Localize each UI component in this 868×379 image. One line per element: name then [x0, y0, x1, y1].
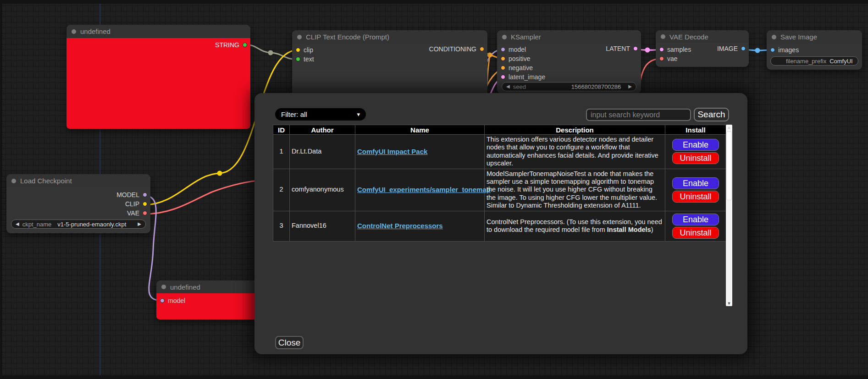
clip-slot-dot-icon[interactable]	[296, 48, 300, 52]
extension-table: ID Author Name Description Install 1Dr.L…	[273, 125, 726, 242]
input-slot-negative[interactable]: negative	[497, 63, 641, 72]
canvas-edge-bottom	[0, 375, 868, 379]
node-load-checkpoint[interactable]: Load Checkpoint MODEL CLIP VAE ◀ ckpt_na…	[6, 174, 150, 233]
output-slot-label: LATENT	[606, 45, 630, 52]
ckpt-name-stepper[interactable]: ◀ ckpt_name v1-5-pruned-emaonly.ckpt ▶	[11, 220, 146, 229]
vae-slot-dot-icon[interactable]	[659, 56, 664, 61]
enable-button[interactable]: Enable	[672, 214, 719, 225]
output-slot-image[interactable]: IMAGE	[717, 45, 746, 52]
input-slot-latent-image[interactable]: latent_image	[497, 72, 641, 82]
input-slot-label: images	[778, 46, 799, 54]
reroute-dot-conditioning	[487, 53, 492, 58]
enable-button[interactable]: Enable	[672, 177, 719, 189]
extension-link[interactable]: ComfyUI_experiments/sampler_tonemap	[357, 186, 491, 193]
input-slot-positive[interactable]: positive	[497, 54, 641, 63]
output-slot-label: CONDITIONING	[429, 45, 476, 53]
input-slot-label: samples	[667, 46, 691, 53]
reroute-dot-string	[268, 50, 273, 55]
output-slot-vae[interactable]: VAE	[127, 209, 147, 217]
install-cell: EnableUninstall	[665, 169, 726, 211]
node-title-bar[interactable]: undefined	[156, 280, 260, 293]
image-slot-dot-icon[interactable]	[770, 48, 775, 52]
comfyui-canvas[interactable]: { "icons": { "decrement": "◀", "incremen…	[0, 0, 868, 379]
reroute-dot-latent	[645, 48, 650, 53]
output-slot-string[interactable]: STRING	[215, 41, 247, 49]
node-body-error: STRING	[66, 38, 250, 129]
input-slot-images[interactable]: images	[767, 45, 862, 55]
decrement-arrow-icon[interactable]: ◀	[16, 222, 19, 226]
search-input[interactable]	[586, 109, 691, 121]
table-row: 2comfyanonymousComfyUI_experiments/sampl…	[273, 169, 726, 211]
widget-value: v1-5-pruned-emaonly.ckpt	[57, 221, 126, 228]
install-cell: EnableUninstall	[665, 211, 726, 241]
latent-slot-dot-icon[interactable]	[659, 47, 664, 52]
search-button[interactable]: Search	[694, 108, 729, 121]
node-status-dot-icon	[161, 285, 166, 289]
node-undefined-bottom[interactable]: undefined model	[156, 280, 260, 319]
vae-slot-dot-icon[interactable]	[143, 211, 147, 215]
scrollbar-thumb[interactable]	[726, 132, 732, 200]
model-slot-dot-icon[interactable]	[143, 192, 147, 197]
input-slot-text[interactable]: text	[292, 55, 487, 64]
node-vae-decode[interactable]: VAE Decode samples vae IMAGE	[656, 30, 749, 67]
node-title-bar[interactable]: Save Image	[767, 30, 862, 44]
node-title-bar[interactable]: Load Checkpoint	[6, 174, 150, 187]
close-button[interactable]: Close	[275, 336, 304, 349]
node-status-dot-icon	[297, 35, 302, 39]
output-slot-label: STRING	[215, 41, 239, 49]
filename-prefix-widget[interactable]: filename_prefix ComfyUI	[770, 56, 858, 66]
header-id: ID	[273, 125, 290, 135]
extension-link[interactable]: ComfyUI Impact Pack	[357, 148, 427, 155]
canvas-edge-left	[0, 0, 2, 379]
scroll-up-icon[interactable]: ▲	[726, 125, 732, 130]
node-title: VAE Decode	[669, 33, 708, 41]
model-slot-dot-icon[interactable]	[501, 47, 505, 52]
input-slot-vae[interactable]: vae	[656, 54, 749, 63]
node-undefined-top[interactable]: undefined STRING	[66, 25, 250, 129]
image-slot-dot-icon[interactable]	[741, 46, 746, 51]
install-cell: EnableUninstall	[665, 135, 726, 169]
enable-button[interactable]: Enable	[672, 139, 719, 151]
text-slot-dot-icon[interactable]	[296, 57, 300, 61]
conditioning-slot-dot-icon[interactable]	[501, 66, 505, 70]
table-scrollbar[interactable]: ▲ ▼	[726, 125, 732, 306]
increment-arrow-icon[interactable]: ▶	[628, 84, 632, 89]
clip-slot-dot-icon[interactable]	[143, 202, 147, 206]
node-title-bar[interactable]: VAE Decode	[656, 30, 749, 43]
extension-link[interactable]: ControlNet Preprocessors	[357, 222, 443, 230]
scroll-down-icon[interactable]: ▼	[726, 301, 732, 306]
output-slot-model[interactable]: MODEL	[116, 191, 147, 198]
node-title-bar[interactable]: undefined	[66, 25, 250, 38]
author-cell: Dr.Lt.Data	[290, 135, 355, 169]
uninstall-button[interactable]: Uninstall	[672, 152, 719, 164]
header-description: Description	[485, 125, 665, 135]
node-title-bar[interactable]: KSampler	[497, 30, 641, 44]
output-slot-conditioning[interactable]: CONDITIONING	[429, 45, 484, 53]
filter-select[interactable]: Filter: all ▾	[275, 108, 366, 121]
uninstall-button[interactable]: Uninstall	[672, 191, 719, 203]
conditioning-slot-dot-icon[interactable]	[501, 56, 505, 61]
author-cell: comfyanonymous	[290, 169, 355, 211]
latent-slot-dot-icon[interactable]	[633, 46, 638, 51]
increment-arrow-icon[interactable]: ▶	[138, 222, 141, 226]
seed-stepper[interactable]: ◀ seed 156680208700286 ▶	[502, 82, 636, 91]
node-title-bar[interactable]: CLIP Text Encode (Prompt)	[292, 30, 487, 44]
input-slot-model[interactable]: model	[156, 296, 260, 305]
output-slot-latent[interactable]: LATENT	[606, 45, 638, 52]
input-slot-label: positive	[509, 55, 530, 62]
reroute-dot-image	[755, 48, 760, 53]
header-author: Author	[290, 125, 355, 135]
latent-slot-dot-icon[interactable]	[501, 75, 505, 79]
node-ksampler[interactable]: KSampler model positive negative latent_…	[497, 30, 641, 93]
node-save-image[interactable]: Save Image images filename_prefix ComfyU…	[767, 30, 862, 70]
model-slot-dot-icon[interactable]	[160, 298, 165, 303]
output-slot-clip[interactable]: CLIP	[125, 200, 147, 208]
node-body-error: model	[156, 293, 260, 319]
node-status-dot-icon	[502, 35, 507, 39]
string-slot-dot-icon[interactable]	[243, 43, 247, 47]
name-cell: ComfyUI_experiments/sampler_tonemap	[355, 169, 485, 211]
output-slot-label: IMAGE	[717, 45, 738, 52]
uninstall-button[interactable]: Uninstall	[672, 227, 719, 239]
decrement-arrow-icon[interactable]: ◀	[506, 84, 510, 89]
conditioning-slot-dot-icon[interactable]	[480, 47, 484, 51]
